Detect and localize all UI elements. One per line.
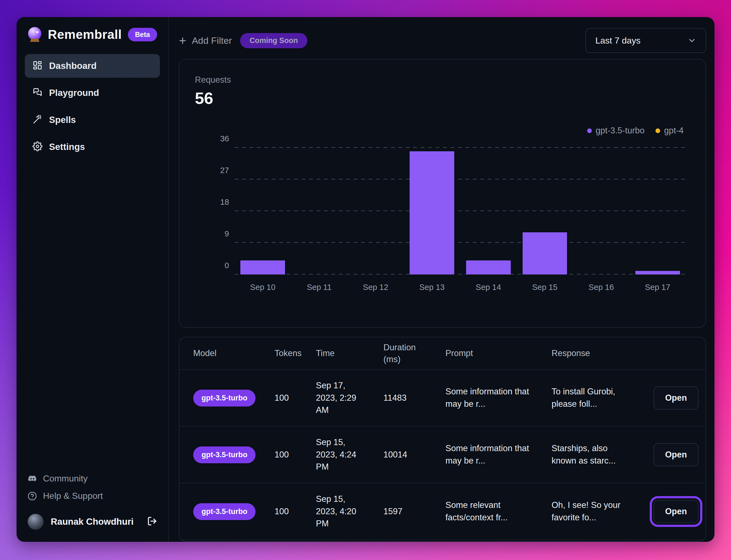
tokens-cell: 100 [275,393,316,403]
duration-cell: 11483 [383,393,445,403]
open-button[interactable]: Open [654,443,698,466]
bar-slot-sep-13 [404,148,460,274]
chart-legend: gpt-3.5-turbogpt-4 [587,126,684,136]
response-cell: Oh, I see! So your favorite fo... [552,499,634,524]
x-axis-label-sep-11: Sep 11 [291,283,348,292]
model-badge: gpt-3.5-turbo [193,390,256,406]
sidebar-nav: DashboardPlaygroundSpellsSettings [17,54,168,159]
sidebar-footer: CommunityHelp & Support [17,473,168,501]
table-row: gpt-3.5-turbo100Sep 15, 2023, 4:20 PM159… [179,483,706,540]
sidebar-item-playground[interactable]: Playground [25,81,160,105]
chevron-down-icon [687,36,696,45]
requests-metric-value: 56 [195,89,686,108]
user-avatar [28,514,44,530]
add-filter-button[interactable]: Add Filter [192,35,232,46]
wand-icon [33,114,42,125]
x-axis-label-sep-13: Sep 13 [404,283,460,292]
sidebar-item-label: Dashboard [49,61,96,71]
x-axis-label-sep-14: Sep 14 [460,283,517,292]
help-circle-icon [28,491,37,501]
legend-label: gpt-3.5-turbo [596,126,645,136]
action-cell: Open [654,386,698,410]
user-row[interactable]: Raunak Chowdhuri [17,514,168,530]
requests-chart-card: Requests 56 gpt-3.5-turbogpt-4 09182736 … [179,59,706,328]
date-range-value: Last 7 days [595,36,641,46]
time-cell: Sep 15, 2023, 4:24 PM [316,436,361,473]
response-cell: To install Gurobi, please foll... [552,386,634,410]
y-axis-tick-0: 0 [207,261,229,270]
user-name: Raunak Chowdhuri [51,516,140,527]
sidebar: ✦ Remembrall Beta DashboardPlaygroundSpe… [17,17,169,542]
logout-icon[interactable] [147,516,157,527]
legend-item-gpt-3.5-turbo: gpt-3.5-turbo [587,126,645,136]
app-window: ✦ Remembrall Beta DashboardPlaygroundSpe… [17,17,714,542]
bar-slot-sep-14 [460,148,517,274]
bar-gpt-3.5-turbo-sep-13[interactable] [410,151,454,274]
model-badge: gpt-3.5-turbo [193,503,256,520]
y-axis-tick-27: 27 [207,166,229,175]
duration-cell: 10014 [383,450,445,460]
bar-gpt-3.5-turbo-sep-15[interactable] [523,232,567,274]
column-header-prompt: Prompt [445,347,552,359]
model-badge: gpt-3.5-turbo [193,446,256,463]
bar-slot-sep-12 [347,148,404,274]
column-header-time: Time [316,347,383,359]
bar-chart-plot: 09182736 [235,148,686,274]
footer-item-label: Help & Support [43,491,103,501]
bar-gpt-3.5-turbo-sep-17[interactable] [635,271,680,274]
legend-dot [655,128,660,133]
x-axis-label-sep-12: Sep 12 [347,283,404,292]
bar-gpt-3.5-turbo-sep-14[interactable] [466,260,511,274]
prompt-cell: Some information that may be r... [445,442,531,467]
topbar: + Add Filter Coming Soon Last 7 days [179,28,706,53]
model-cell: gpt-3.5-turbo [193,390,275,406]
beta-badge: Beta [128,28,157,41]
time-cell: Sep 15, 2023, 4:20 PM [316,493,361,530]
dashboard-icon [33,60,42,71]
prompt-cell: Some relevant facts/context fr... [445,499,531,524]
response-cell: Starships, also known as starc... [552,442,634,467]
requests-metric-label: Requests [195,75,686,85]
sidebar-item-label: Settings [49,142,85,152]
model-cell: gpt-3.5-turbo [193,446,275,463]
requests-table-card: ModelTokensTimeDuration (ms)PromptRespon… [179,337,706,542]
table-header-row: ModelTokensTimeDuration (ms)PromptRespon… [179,337,706,370]
table-body: gpt-3.5-turbo100Sep 17, 2023, 2:29 AM114… [179,370,706,540]
column-header-tokens: Tokens [275,347,316,359]
x-axis-label-sep-15: Sep 15 [517,283,573,292]
bar-slot-sep-16 [573,148,630,274]
model-cell: gpt-3.5-turbo [193,503,275,520]
open-button[interactable]: Open [654,500,698,523]
sidebar-item-settings[interactable]: Settings [25,135,160,159]
x-axis-label-sep-16: Sep 16 [573,283,630,292]
playground-chat-icon [33,87,42,98]
y-axis-tick-18: 18 [207,198,229,207]
legend-dot [587,128,592,133]
sidebar-footer-item-community[interactable]: Community [28,473,157,484]
table-row: gpt-3.5-turbo100Sep 17, 2023, 2:29 AM114… [179,370,706,427]
sidebar-footer-item-help-support[interactable]: Help & Support [28,491,157,501]
sidebar-item-spells[interactable]: Spells [25,108,160,132]
table-row: gpt-3.5-turbo100Sep 15, 2023, 4:24 PM100… [179,427,706,483]
sidebar-item-dashboard[interactable]: Dashboard [25,54,160,78]
sidebar-item-label: Playground [49,88,99,98]
bar-gpt-3.5-turbo-sep-10[interactable] [240,260,285,274]
coming-soon-badge: Coming Soon [240,33,307,48]
app-title: Remembrall [48,27,122,42]
footer-item-label: Community [43,473,88,484]
crystal-ball-logo-icon: ✦ [28,27,42,42]
bar-slot-sep-15 [517,148,573,274]
tokens-cell: 100 [275,450,316,460]
desktop-background: { "app": { "name": "Remembrall", "badge"… [0,0,731,560]
prompt-cell: Some information that may be r... [445,386,531,410]
legend-label: gpt-4 [664,126,684,136]
tokens-cell: 100 [275,507,316,516]
x-axis-label-sep-10: Sep 10 [235,283,291,292]
open-button[interactable]: Open [654,386,698,410]
date-range-select[interactable]: Last 7 days [585,28,706,53]
x-axis-labels: Sep 10Sep 11Sep 12Sep 13Sep 14Sep 15Sep … [235,283,686,292]
column-header-response: Response [552,347,654,359]
action-cell: Open [654,500,698,523]
plus-icon: + [179,34,186,47]
sidebar-item-label: Spells [49,115,76,125]
